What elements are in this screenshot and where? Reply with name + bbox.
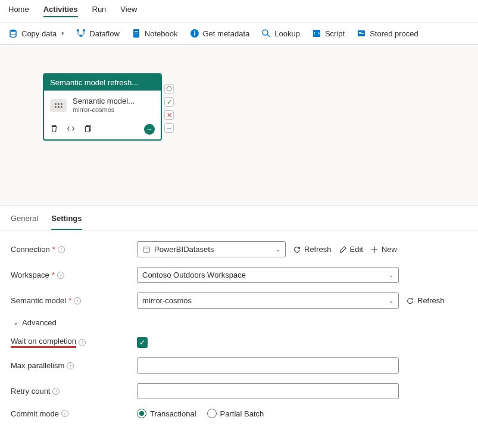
- info-icon[interactable]: i: [67, 362, 74, 369]
- menu-home[interactable]: Home: [8, 5, 29, 17]
- ribbon-copy-data-label: Copy data: [21, 29, 57, 38]
- ribbon-dataflow-label: Dataflow: [89, 29, 120, 38]
- activity-card[interactable]: Semantic model refresh... Semantic model…: [43, 73, 162, 141]
- required-marker: *: [52, 270, 55, 279]
- max-parallelism-label: Max parallelism: [11, 361, 64, 370]
- settings-form: Connection * i PowerBIDatasets ⌄ Refresh…: [0, 231, 478, 429]
- ribbon-stored-procedure-label: Stored proced: [370, 29, 418, 38]
- activity-body: Semantic model... mirror-cosmos: [44, 91, 161, 120]
- ribbon-stored-procedure[interactable]: Stored proced: [357, 29, 418, 38]
- workspace-dropdown[interactable]: Contoso Outdoors Workspace ⌄: [137, 267, 399, 283]
- max-parallelism-input[interactable]: [137, 357, 399, 374]
- workspace-label: Workspace: [11, 270, 49, 279]
- activity-subtitle: mirror-cosmos: [73, 106, 135, 114]
- menu-run[interactable]: Run: [92, 5, 107, 17]
- info-icon[interactable]: i: [79, 339, 86, 346]
- plus-icon: [370, 245, 379, 254]
- chevron-down-icon: ▾: [61, 30, 64, 36]
- connection-label: Connection: [11, 245, 50, 254]
- svg-line-11: [267, 35, 270, 37]
- advanced-label: Advanced: [22, 318, 57, 327]
- refresh-icon: [293, 245, 301, 254]
- semantic-model-dropdown[interactable]: mirror-cosmos ⌄: [137, 293, 399, 309]
- refresh-label: Refresh: [417, 296, 445, 305]
- run-arrow-icon[interactable]: →: [144, 124, 155, 135]
- info-icon[interactable]: i: [61, 410, 68, 417]
- field-wait-on-completion: Wait on completion i ✓: [11, 337, 467, 348]
- ribbon-lookup[interactable]: Lookup: [261, 29, 300, 38]
- database-icon: [8, 29, 18, 38]
- ribbon-lookup-label: Lookup: [274, 29, 300, 38]
- search-icon: [261, 29, 271, 38]
- advanced-section-toggle[interactable]: ⌄ Advanced: [11, 318, 467, 327]
- ribbon-get-metadata-label: Get metadata: [203, 29, 250, 38]
- chevron-down-icon: ⌄: [389, 272, 393, 278]
- code-view-icon[interactable]: [67, 125, 75, 135]
- svg-point-9: [194, 31, 195, 32]
- required-marker: *: [52, 245, 55, 254]
- copy-icon[interactable]: [83, 125, 92, 135]
- tab-general[interactable]: General: [11, 214, 38, 230]
- menu-view[interactable]: View: [120, 5, 137, 17]
- activity-type-icon: [50, 99, 67, 112]
- connector-handle-completion[interactable]: →: [164, 123, 174, 133]
- svg-rect-16: [86, 126, 90, 132]
- info-icon[interactable]: i: [52, 388, 60, 395]
- svg-rect-6: [135, 33, 138, 33]
- dataset-icon: [142, 245, 151, 254]
- connector-handle-skip[interactable]: [164, 84, 174, 94]
- chevron-down-icon: ⌄: [13, 319, 18, 326]
- ribbon-script[interactable]: Script: [312, 29, 345, 38]
- settings-tabs: General Settings: [0, 206, 478, 231]
- semantic-model-value: mirror-cosmos: [142, 296, 192, 305]
- edit-label: Edit: [350, 245, 363, 254]
- ribbon-toolbar: Copy data ▾ Dataflow Notebook Get metada…: [0, 23, 478, 45]
- info-icon[interactable]: i: [74, 297, 81, 304]
- ribbon-copy-data[interactable]: Copy data ▾: [8, 29, 64, 38]
- connection-dropdown[interactable]: PowerBIDatasets ⌄: [137, 241, 286, 257]
- menu-activities[interactable]: Activities: [43, 5, 78, 17]
- wait-on-completion-checkbox[interactable]: ✓: [137, 337, 148, 348]
- connector-handle-fail[interactable]: ✕: [164, 110, 174, 120]
- svg-point-18: [145, 248, 145, 248]
- new-label: New: [382, 245, 397, 254]
- retry-count-input[interactable]: [137, 383, 399, 399]
- top-menu-bar: Home Activities Run View: [0, 0, 478, 23]
- ribbon-dataflow[interactable]: Dataflow: [76, 29, 120, 38]
- activity-header: Semantic model refresh...: [44, 74, 161, 91]
- stored-procedure-icon: [357, 29, 366, 38]
- svg-rect-5: [135, 31, 138, 32]
- field-connection: Connection * i PowerBIDatasets ⌄ Refresh…: [11, 241, 467, 257]
- ribbon-get-metadata[interactable]: Get metadata: [190, 29, 250, 38]
- radio-icon: [137, 409, 146, 418]
- activity-footer: →: [44, 120, 161, 139]
- svg-rect-15: [359, 33, 364, 34]
- radio-icon: [207, 409, 217, 418]
- field-retry-count: Retry count i: [11, 383, 467, 399]
- workspace-value: Contoso Outdoors Workspace: [142, 270, 246, 279]
- svg-point-20: [148, 248, 148, 248]
- svg-point-0: [10, 30, 16, 32]
- connection-refresh-button[interactable]: Refresh: [293, 245, 332, 254]
- info-icon[interactable]: i: [58, 246, 65, 253]
- ribbon-notebook[interactable]: Notebook: [132, 29, 178, 38]
- connector-handle-success[interactable]: ✓: [164, 97, 174, 107]
- connection-edit-button[interactable]: Edit: [339, 245, 363, 254]
- refresh-label: Refresh: [304, 245, 332, 254]
- tab-settings[interactable]: Settings: [51, 214, 82, 230]
- retry-count-label: Retry count: [11, 387, 50, 396]
- commit-mode-partial-batch[interactable]: Partial Batch: [207, 409, 264, 418]
- semantic-model-refresh-button[interactable]: Refresh: [406, 296, 445, 305]
- ribbon-script-label: Script: [325, 29, 345, 38]
- edit-icon: [339, 245, 347, 254]
- field-max-parallelism: Max parallelism i: [11, 357, 467, 374]
- chevron-down-icon: ⌄: [276, 246, 280, 253]
- pipeline-canvas[interactable]: Semantic model refresh... Semantic model…: [0, 45, 478, 206]
- svg-point-1: [77, 29, 79, 32]
- svg-rect-8: [194, 33, 195, 36]
- connection-new-button[interactable]: New: [370, 245, 397, 254]
- delete-icon[interactable]: [50, 125, 58, 135]
- info-circle-icon: [190, 29, 199, 38]
- commit-mode-transactional[interactable]: Transactional: [137, 409, 196, 418]
- info-icon[interactable]: i: [57, 272, 64, 279]
